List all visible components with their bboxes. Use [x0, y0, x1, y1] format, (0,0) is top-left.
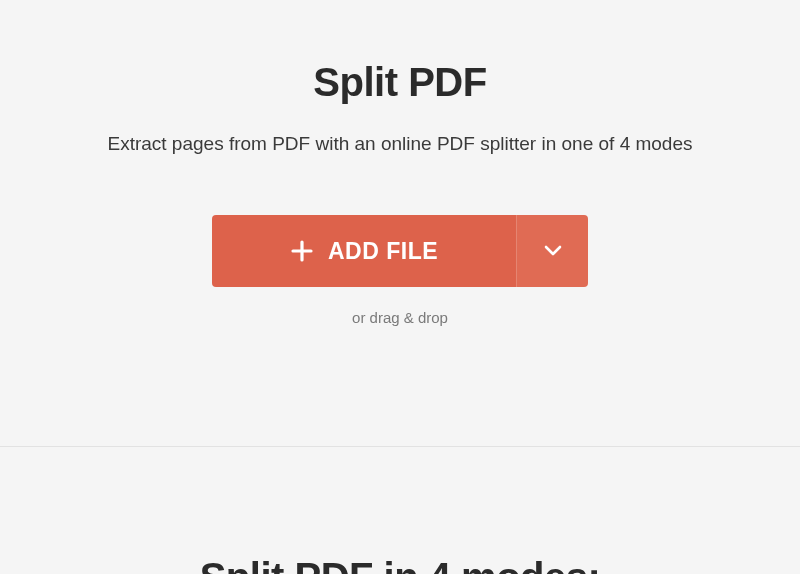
add-file-button[interactable]: ADD FILE — [212, 215, 516, 287]
modes-section: Split PDF in 4 modes: — [0, 447, 800, 574]
hero-section: Split PDF Extract pages from PDF with an… — [0, 0, 800, 326]
page-title: Split PDF — [0, 60, 800, 105]
add-file-label: ADD FILE — [328, 238, 438, 265]
page-subtitle: Extract pages from PDF with an online PD… — [0, 133, 800, 155]
plus-icon — [290, 239, 314, 263]
drag-drop-hint: or drag & drop — [0, 309, 800, 326]
upload-controls: ADD FILE — [0, 215, 800, 287]
chevron-down-icon — [541, 238, 565, 265]
add-file-dropdown-button[interactable] — [516, 215, 588, 287]
modes-title: Split PDF in 4 modes: — [200, 555, 601, 574]
